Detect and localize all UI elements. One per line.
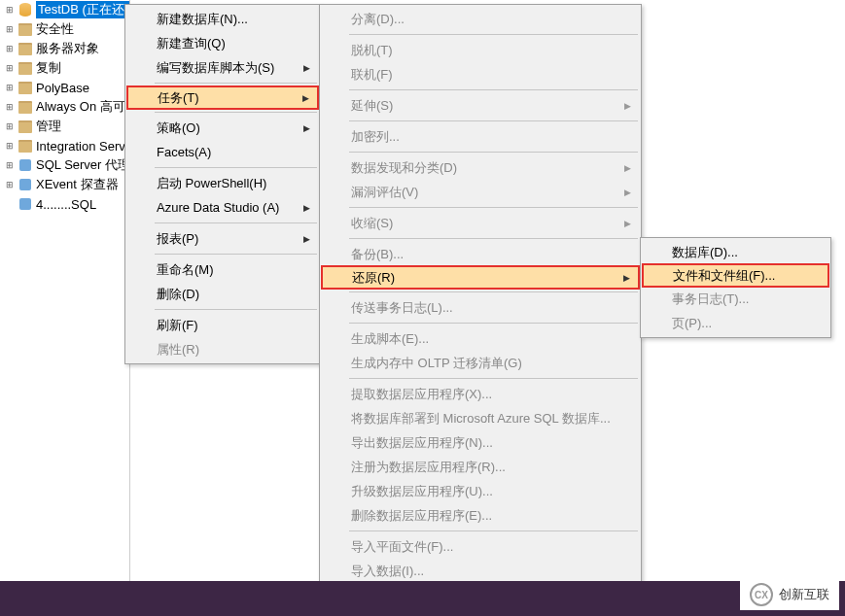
- menu-separator: [349, 530, 638, 531]
- menu-item-label: 加密列...: [351, 128, 400, 146]
- menu-item: 收缩(S): [322, 211, 639, 235]
- tree-item[interactable]: ⊞安全性: [0, 19, 129, 39]
- menu-item[interactable]: 策略(O): [127, 116, 318, 140]
- tree-item[interactable]: ⊞服务器对象: [0, 39, 129, 58]
- expand-icon[interactable]: ⊞: [4, 23, 16, 35]
- menu-item-label: 页(P)...: [672, 315, 712, 332]
- menu-item[interactable]: 任务(T): [126, 86, 319, 110]
- menu-item[interactable]: 新建数据库(N)...: [127, 7, 318, 31]
- menu-item-label: 生成脚本(E)...: [351, 330, 429, 348]
- menu-item[interactable]: 文件和文件组(F)...: [642, 263, 829, 288]
- menu-item-label: 将数据库部署到 Microsoft Azure SQL 数据库...: [351, 410, 611, 428]
- menu-item-label: 导出数据层应用程序(N)...: [351, 434, 493, 452]
- special-icon: [18, 157, 33, 173]
- menu-item-label: 传送事务日志(L)...: [351, 299, 453, 317]
- menu-item-label: 刷新(F): [157, 317, 198, 334]
- expand-icon[interactable]: [4, 198, 16, 210]
- menu-item-label: 脱机(T): [351, 42, 393, 59]
- tree-label: PolyBase: [36, 81, 89, 95]
- menu-item: 升级数据层应用程序(U)...: [322, 479, 639, 503]
- folder-icon: [18, 119, 33, 134]
- menu-item-label: 联机(F): [351, 66, 393, 84]
- expand-icon[interactable]: ⊞: [4, 62, 16, 74]
- tree-item[interactable]: ⊞SQL Server 代理: [0, 155, 129, 175]
- bottom-bar: [0, 581, 845, 616]
- tree-label: 服务器对象: [36, 40, 99, 57]
- tree-item[interactable]: ⊞PolyBase: [0, 78, 129, 97]
- expand-icon[interactable]: ⊞: [4, 179, 16, 190]
- menu-item: 导入平面文件(F)...: [322, 534, 639, 559]
- watermark-text: 创新互联: [779, 586, 829, 603]
- menu-item: 注册为数据层应用程序(R)...: [322, 455, 639, 479]
- menu-item[interactable]: 重命名(M): [127, 257, 318, 282]
- menu-item: 漏洞评估(V): [322, 180, 639, 204]
- menu-item-label: 删除(D): [157, 286, 199, 303]
- menu-item[interactable]: 还原(R): [321, 265, 640, 290]
- menu-item-label: Azure Data Studio (A): [157, 200, 279, 215]
- expand-icon[interactable]: ⊞: [4, 159, 16, 171]
- expand-icon[interactable]: ⊞: [4, 43, 16, 54]
- menu-item-label: 延伸(S): [351, 97, 393, 115]
- tree-item[interactable]: 4........SQL: [0, 194, 129, 214]
- expand-icon[interactable]: ⊞: [4, 140, 16, 152]
- menu-item-label: 任务(T): [158, 89, 199, 107]
- menu-separator: [155, 309, 317, 310]
- menu-item: 导入数据(I)...: [322, 559, 639, 583]
- menu-item: 加密列...: [322, 124, 639, 149]
- menu-item[interactable]: 删除(D): [127, 282, 318, 306]
- menu-item-label: 新建查询(Q): [157, 35, 226, 52]
- menu-item-label: 导入数据(I)...: [351, 563, 424, 580]
- menu-item-label: 重命名(M): [157, 261, 214, 279]
- menu-item: 联机(F): [322, 62, 639, 86]
- menu-item[interactable]: 编写数据库脚本为(S): [127, 55, 318, 80]
- menu-item: 将数据库部署到 Microsoft Azure SQL 数据库...: [322, 406, 639, 430]
- menu-item: 删除数据层应用程序(E)...: [322, 503, 639, 528]
- context-menu-level3: 数据库(D)...文件和文件组(F)...事务日志(T)...页(P)...: [640, 237, 831, 338]
- expand-icon[interactable]: ⊞: [4, 4, 16, 16]
- tree-item[interactable]: ⊞管理: [0, 117, 129, 136]
- menu-item-label: 导入平面文件(F)...: [351, 538, 453, 556]
- menu-item[interactable]: 数据库(D)...: [643, 240, 828, 264]
- menu-item: 生成内存中 OLTP 迁移清单(G): [322, 351, 639, 375]
- context-menu-level2: 分离(D)...脱机(T)联机(F)延伸(S)加密列...数据发现和分类(D)漏…: [319, 4, 642, 616]
- menu-item: 页(P)...: [643, 311, 828, 335]
- tree-label: TestDB (正在还原...): [36, 1, 129, 18]
- tree-item[interactable]: ⊞XEvent 探查器: [0, 175, 129, 194]
- tree-label: Always On 高可用: [36, 98, 129, 116]
- tree-label: 复制: [36, 59, 61, 77]
- menu-item[interactable]: Azure Data Studio (A): [127, 195, 318, 220]
- menu-separator: [349, 378, 638, 379]
- menu-item: 延伸(S): [322, 93, 639, 118]
- menu-item[interactable]: Facets(A): [127, 140, 318, 164]
- folder-icon: [18, 80, 33, 95]
- menu-separator: [155, 167, 317, 168]
- expand-icon[interactable]: ⊞: [4, 101, 16, 113]
- menu-item[interactable]: 报表(P): [127, 226, 318, 251]
- tree-label: 4........SQL: [36, 197, 96, 212]
- menu-item: 备份(B)...: [322, 242, 639, 266]
- menu-separator: [155, 254, 317, 255]
- folder-icon: [18, 60, 33, 76]
- tree-item[interactable]: ⊞Integration Serv: [0, 136, 129, 155]
- menu-item-label: Facets(A): [157, 145, 211, 159]
- context-menu-level1: 新建数据库(N)...新建查询(Q)编写数据库脚本为(S)任务(T)策略(O)F…: [124, 4, 321, 364]
- menu-item[interactable]: 刷新(F): [127, 313, 318, 337]
- expand-icon[interactable]: ⊞: [4, 82, 16, 93]
- menu-separator: [349, 238, 638, 239]
- tree-item[interactable]: ⊞复制: [0, 58, 129, 78]
- menu-item-label: 还原(R): [352, 269, 395, 287]
- expand-icon[interactable]: ⊞: [4, 120, 16, 132]
- menu-item-label: 升级数据层应用程序(U)...: [351, 483, 493, 500]
- menu-item-label: 文件和文件组(F)...: [673, 267, 775, 285]
- folder-icon: [18, 41, 33, 56]
- menu-item: 导出数据层应用程序(N)...: [322, 430, 639, 455]
- menu-item: 提取数据层应用程序(X)...: [322, 382, 639, 406]
- menu-item-label: 编写数据库脚本为(S): [157, 59, 274, 77]
- menu-separator: [349, 34, 638, 35]
- tree-item[interactable]: ⊞Always On 高可用: [0, 97, 129, 117]
- tree-item[interactable]: ⊞TestDB (正在还原...): [0, 0, 129, 19]
- tree-label: Integration Serv: [36, 139, 125, 154]
- menu-item[interactable]: 新建查询(Q): [127, 31, 318, 55]
- menu-item[interactable]: 启动 PowerShell(H): [127, 171, 318, 195]
- menu-item-label: 策略(O): [157, 120, 200, 137]
